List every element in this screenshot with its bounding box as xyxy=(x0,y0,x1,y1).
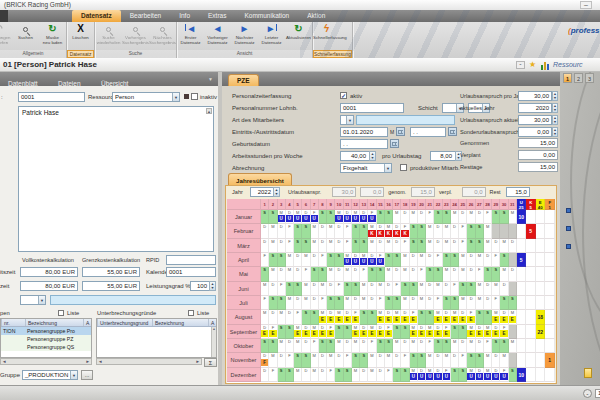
day-cell[interactable]: M xyxy=(368,239,376,253)
day-cell[interactable]: S xyxy=(426,267,434,281)
grenzkosten-field-2[interactable]: 55,00EUR xyxy=(82,281,140,291)
day-cell[interactable]: F xyxy=(261,253,269,267)
day-cell[interactable]: F xyxy=(484,210,492,224)
day-cell[interactable]: D xyxy=(492,239,500,253)
day-cell[interactable]: S xyxy=(484,310,492,324)
day-cell[interactable]: D xyxy=(278,267,286,281)
day-cell[interactable]: S xyxy=(352,224,360,238)
page-tab-3[interactable]: 3 xyxy=(585,73,594,83)
day-cell[interactable]: S xyxy=(509,296,517,310)
day-cell[interactable]: D xyxy=(344,339,352,353)
day-cell[interactable]: M xyxy=(269,239,277,253)
day-cell[interactable]: S xyxy=(335,368,343,382)
chevron-down-icon[interactable]: ▼ xyxy=(208,72,213,86)
page-tab-2[interactable]: 2 xyxy=(574,73,583,83)
day-cell[interactable]: D xyxy=(377,368,385,382)
day-cell[interactable]: M xyxy=(476,296,484,310)
day-cell[interactable]: S xyxy=(476,239,484,253)
day-cell[interactable]: D xyxy=(278,224,286,238)
day-cell[interactable]: D xyxy=(451,224,459,238)
gruppen-column-header[interactable]: nr. Bezeichnung A xyxy=(1,319,91,327)
day-cell[interactable]: ME xyxy=(377,310,385,324)
letzter-datensatz-button[interactable]: ►LetzterDatensatz xyxy=(258,23,285,45)
day-cell[interactable]: S xyxy=(410,239,418,253)
day-cell[interactable]: F xyxy=(385,368,393,382)
day-cell[interactable]: S xyxy=(302,239,310,253)
day-cell[interactable]: F xyxy=(344,239,352,253)
day-cell[interactable]: D xyxy=(426,296,434,310)
day-cell[interactable]: ME xyxy=(434,310,442,324)
day-cell[interactable]: S xyxy=(360,239,368,253)
day-cell[interactable]: D xyxy=(335,267,343,281)
calendar-icon[interactable] xyxy=(390,139,399,148)
menu-tab-bearbeiten[interactable]: Bearbeiten xyxy=(121,10,170,22)
day-cell[interactable]: ME xyxy=(294,325,302,339)
day-cell[interactable]: FE xyxy=(410,310,418,324)
day-cell[interactable]: M xyxy=(319,282,327,296)
day-cell[interactable]: F xyxy=(434,296,442,310)
day-cell[interactable]: S xyxy=(327,296,335,310)
day-cell[interactable]: S xyxy=(385,339,393,353)
gruppen-liste-checkbox[interactable] xyxy=(58,310,64,316)
day-cell[interactable]: M xyxy=(278,339,286,353)
day-cell[interactable]: M xyxy=(393,339,401,353)
löschen-button[interactable]: XLöschen xyxy=(67,23,94,40)
day-cell[interactable]: D xyxy=(401,210,409,224)
day-cell[interactable]: FK xyxy=(401,224,409,238)
scroll-up-icon[interactable]: ▲ xyxy=(206,108,212,114)
abrechnung-select[interactable]: Fixgehalt▼ xyxy=(340,163,392,173)
day-cell[interactable]: M xyxy=(443,267,451,281)
day-cell[interactable]: S xyxy=(401,325,409,339)
day-cell[interactable]: DU xyxy=(286,210,294,224)
day-cell[interactable]: M xyxy=(269,224,277,238)
day-cell[interactable]: S xyxy=(319,210,327,224)
day-cell[interactable]: ME xyxy=(393,310,401,324)
day-cell[interactable]: D xyxy=(286,310,294,324)
day-cell[interactable]: D xyxy=(467,267,475,281)
day-cell[interactable]: M xyxy=(393,210,401,224)
aktualisieren-button[interactable]: ↻Aktualisieren xyxy=(285,23,312,40)
day-cell[interactable]: S xyxy=(393,253,401,267)
name-textarea[interactable]: Patrick Hase▲ xyxy=(18,106,214,252)
day-cell[interactable]: M xyxy=(286,296,294,310)
day-cell[interactable]: S xyxy=(393,325,401,339)
day-cell[interactable]: S xyxy=(500,296,508,310)
grenzkosten-field-1[interactable]: 55,00EUR xyxy=(82,267,140,277)
day-cell[interactable]: D xyxy=(278,239,286,253)
day-cell[interactable]: M xyxy=(509,210,517,224)
day-cell[interactable]: D xyxy=(319,224,327,238)
day-cell[interactable]: S xyxy=(294,239,302,253)
day-cell[interactable]: FE xyxy=(385,325,393,339)
day-cell[interactable]: M xyxy=(401,267,409,281)
day-cell[interactable]: M xyxy=(311,224,319,238)
day-cell[interactable]: D xyxy=(509,267,517,281)
day-cell[interactable]: S xyxy=(319,339,327,353)
day-cell[interactable]: S xyxy=(335,325,343,339)
day-cell[interactable]: S xyxy=(319,267,327,281)
day-cell[interactable]: DU xyxy=(476,368,484,382)
day-cell[interactable]: D xyxy=(393,353,401,367)
day-cell[interactable]: M xyxy=(335,339,343,353)
day-cell[interactable]: D xyxy=(335,239,343,253)
day-cell[interactable]: S xyxy=(459,282,467,296)
day-cell[interactable]: DU xyxy=(434,368,442,382)
day-cell[interactable]: S xyxy=(500,210,508,224)
day-cell[interactable]: D xyxy=(335,353,343,367)
day-cell[interactable]: FE xyxy=(467,310,475,324)
jahres-field-value[interactable]: 15,0 xyxy=(411,187,435,197)
day-cell[interactable]: S xyxy=(476,353,484,367)
day-cell[interactable]: S xyxy=(269,210,277,224)
day-cell[interactable]: S xyxy=(352,282,360,296)
day-cell[interactable]: D xyxy=(319,239,327,253)
day-cell[interactable]: S xyxy=(278,368,286,382)
day-cell[interactable]: S xyxy=(410,353,418,367)
day-cell[interactable]: S xyxy=(434,339,442,353)
day-cell[interactable]: M xyxy=(426,224,434,238)
day-cell[interactable]: D xyxy=(352,267,360,281)
day-cell[interactable]: D xyxy=(311,282,319,296)
day-cell[interactable]: D xyxy=(269,282,277,296)
panel-marker-icon[interactable] xyxy=(566,226,571,231)
day-cell[interactable]: F xyxy=(451,282,459,296)
produktiv-checkbox[interactable] xyxy=(400,164,407,171)
file-menu-cut[interactable] xyxy=(0,10,8,22)
